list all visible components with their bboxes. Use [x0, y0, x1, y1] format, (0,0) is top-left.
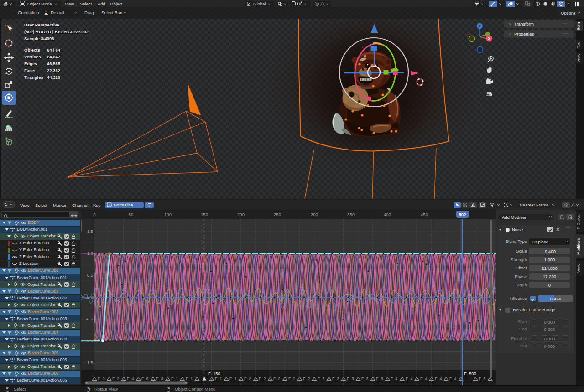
svg-text:Z: Z	[479, 24, 481, 28]
svg-text:X: X	[488, 36, 490, 41]
